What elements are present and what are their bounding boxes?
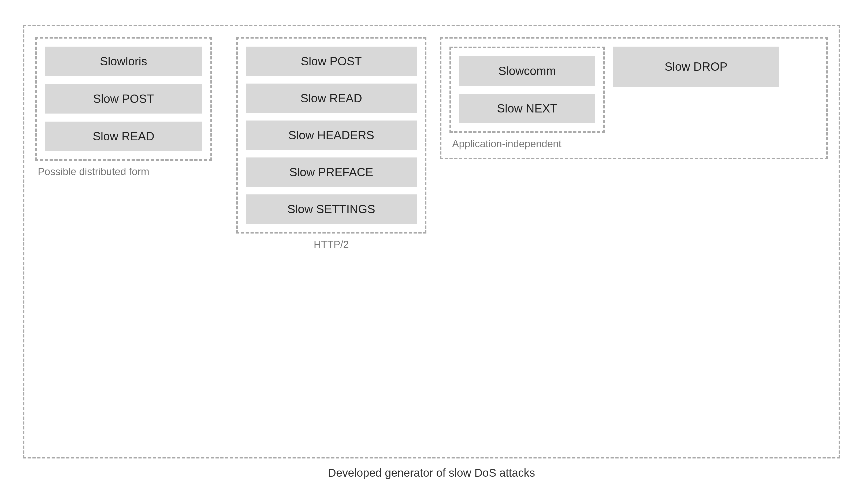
http2-label: HTTP/2 xyxy=(314,239,349,250)
col-http2: Slow POST Slow READ Slow HEADERS Slow PR… xyxy=(231,37,432,250)
slowdrop-column: Slow DROP xyxy=(613,47,779,87)
attack-item-http2-slow-read: Slow READ xyxy=(246,83,417,113)
http2-box: Slow POST Slow READ Slow HEADERS Slow PR… xyxy=(236,37,426,233)
attack-item-slow-post-1: Slow POST xyxy=(45,84,202,114)
appindep-label: Application-independent xyxy=(449,138,562,150)
attack-item-slow-next: Slow NEXT xyxy=(459,94,595,123)
attack-item-slow-settings: Slow SETTINGS xyxy=(246,194,417,224)
attack-item-slowcomm: Slowcomm xyxy=(459,56,595,86)
attack-item-slow-headers: Slow HEADERS xyxy=(246,120,417,150)
right-section: Slowcomm Slow NEXT Application-independe… xyxy=(440,37,828,159)
attack-item-slow-drop: Slow DROP xyxy=(613,47,779,87)
attack-item-slowloris: Slowloris xyxy=(45,47,202,76)
col-distributed: Slowloris Slow POST Slow READ Possible d… xyxy=(35,37,223,178)
attack-item-slow-read-1: Slow READ xyxy=(45,121,202,151)
attack-item-http2-slow-post: Slow POST xyxy=(246,47,417,76)
distributed-label: Possible distributed form xyxy=(35,166,149,178)
outer-container: Slowloris Slow POST Slow READ Possible d… xyxy=(23,25,840,458)
appindep-box: Slowcomm Slow NEXT xyxy=(449,47,605,133)
outer-label: Developed generator of slow DoS attacks xyxy=(328,466,535,479)
diagram-wrapper: Slowloris Slow POST Slow READ Possible d… xyxy=(16,18,847,486)
app-indep-column: Slowcomm Slow NEXT Application-independe… xyxy=(449,47,605,150)
attack-item-slow-preface: Slow PREFACE xyxy=(246,157,417,187)
distributed-box: Slowloris Slow POST Slow READ xyxy=(35,37,212,161)
